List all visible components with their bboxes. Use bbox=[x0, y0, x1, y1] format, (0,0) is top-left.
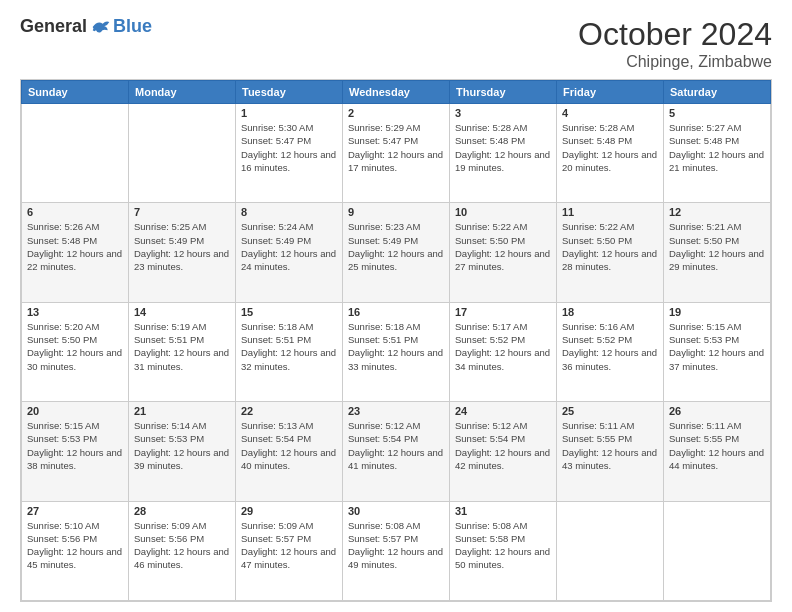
day-info: Sunrise: 5:11 AMSunset: 5:55 PMDaylight:… bbox=[669, 419, 765, 472]
location: Chipinge, Zimbabwe bbox=[578, 53, 772, 71]
col-friday: Friday bbox=[557, 81, 664, 104]
table-row: 14Sunrise: 5:19 AMSunset: 5:51 PMDayligh… bbox=[129, 302, 236, 401]
col-monday: Monday bbox=[129, 81, 236, 104]
table-row: 21Sunrise: 5:14 AMSunset: 5:53 PMDayligh… bbox=[129, 402, 236, 501]
day-info: Sunrise: 5:27 AMSunset: 5:48 PMDaylight:… bbox=[669, 121, 765, 174]
table-row: 19Sunrise: 5:15 AMSunset: 5:53 PMDayligh… bbox=[664, 302, 771, 401]
table-row: 28Sunrise: 5:09 AMSunset: 5:56 PMDayligh… bbox=[129, 501, 236, 600]
calendar-week-row: 20Sunrise: 5:15 AMSunset: 5:53 PMDayligh… bbox=[22, 402, 771, 501]
day-info: Sunrise: 5:18 AMSunset: 5:51 PMDaylight:… bbox=[241, 320, 337, 373]
day-number: 11 bbox=[562, 206, 658, 218]
day-info: Sunrise: 5:30 AMSunset: 5:47 PMDaylight:… bbox=[241, 121, 337, 174]
col-tuesday: Tuesday bbox=[236, 81, 343, 104]
table-row: 9Sunrise: 5:23 AMSunset: 5:49 PMDaylight… bbox=[343, 203, 450, 302]
day-info: Sunrise: 5:12 AMSunset: 5:54 PMDaylight:… bbox=[348, 419, 444, 472]
day-info: Sunrise: 5:16 AMSunset: 5:52 PMDaylight:… bbox=[562, 320, 658, 373]
day-number: 28 bbox=[134, 505, 230, 517]
table-row: 31Sunrise: 5:08 AMSunset: 5:58 PMDayligh… bbox=[450, 501, 557, 600]
day-number: 29 bbox=[241, 505, 337, 517]
day-info: Sunrise: 5:22 AMSunset: 5:50 PMDaylight:… bbox=[562, 220, 658, 273]
table-row: 30Sunrise: 5:08 AMSunset: 5:57 PMDayligh… bbox=[343, 501, 450, 600]
table-row: 10Sunrise: 5:22 AMSunset: 5:50 PMDayligh… bbox=[450, 203, 557, 302]
day-info: Sunrise: 5:15 AMSunset: 5:53 PMDaylight:… bbox=[27, 419, 123, 472]
col-sunday: Sunday bbox=[22, 81, 129, 104]
table-row: 15Sunrise: 5:18 AMSunset: 5:51 PMDayligh… bbox=[236, 302, 343, 401]
day-number: 15 bbox=[241, 306, 337, 318]
day-info: Sunrise: 5:28 AMSunset: 5:48 PMDaylight:… bbox=[455, 121, 551, 174]
day-info: Sunrise: 5:23 AMSunset: 5:49 PMDaylight:… bbox=[348, 220, 444, 273]
page: General Blue October 2024 Chipinge, Zimb… bbox=[0, 0, 792, 612]
calendar-week-row: 1Sunrise: 5:30 AMSunset: 5:47 PMDaylight… bbox=[22, 104, 771, 203]
table-row: 1Sunrise: 5:30 AMSunset: 5:47 PMDaylight… bbox=[236, 104, 343, 203]
table-row bbox=[22, 104, 129, 203]
day-number: 12 bbox=[669, 206, 765, 218]
day-number: 20 bbox=[27, 405, 123, 417]
day-info: Sunrise: 5:25 AMSunset: 5:49 PMDaylight:… bbox=[134, 220, 230, 273]
table-row: 13Sunrise: 5:20 AMSunset: 5:50 PMDayligh… bbox=[22, 302, 129, 401]
table-row: 22Sunrise: 5:13 AMSunset: 5:54 PMDayligh… bbox=[236, 402, 343, 501]
table-row bbox=[664, 501, 771, 600]
logo-blue-text: Blue bbox=[113, 16, 152, 37]
table-row: 12Sunrise: 5:21 AMSunset: 5:50 PMDayligh… bbox=[664, 203, 771, 302]
table-row: 17Sunrise: 5:17 AMSunset: 5:52 PMDayligh… bbox=[450, 302, 557, 401]
table-row: 16Sunrise: 5:18 AMSunset: 5:51 PMDayligh… bbox=[343, 302, 450, 401]
day-info: Sunrise: 5:08 AMSunset: 5:58 PMDaylight:… bbox=[455, 519, 551, 572]
table-row: 18Sunrise: 5:16 AMSunset: 5:52 PMDayligh… bbox=[557, 302, 664, 401]
table-row: 25Sunrise: 5:11 AMSunset: 5:55 PMDayligh… bbox=[557, 402, 664, 501]
col-thursday: Thursday bbox=[450, 81, 557, 104]
day-number: 1 bbox=[241, 107, 337, 119]
day-info: Sunrise: 5:20 AMSunset: 5:50 PMDaylight:… bbox=[27, 320, 123, 373]
day-info: Sunrise: 5:14 AMSunset: 5:53 PMDaylight:… bbox=[134, 419, 230, 472]
day-info: Sunrise: 5:21 AMSunset: 5:50 PMDaylight:… bbox=[669, 220, 765, 273]
day-info: Sunrise: 5:29 AMSunset: 5:47 PMDaylight:… bbox=[348, 121, 444, 174]
day-number: 13 bbox=[27, 306, 123, 318]
day-info: Sunrise: 5:09 AMSunset: 5:57 PMDaylight:… bbox=[241, 519, 337, 572]
logo-bird-icon bbox=[91, 18, 111, 36]
day-number: 10 bbox=[455, 206, 551, 218]
day-info: Sunrise: 5:19 AMSunset: 5:51 PMDaylight:… bbox=[134, 320, 230, 373]
day-number: 19 bbox=[669, 306, 765, 318]
day-number: 24 bbox=[455, 405, 551, 417]
day-number: 22 bbox=[241, 405, 337, 417]
day-number: 18 bbox=[562, 306, 658, 318]
day-number: 9 bbox=[348, 206, 444, 218]
table-row: 11Sunrise: 5:22 AMSunset: 5:50 PMDayligh… bbox=[557, 203, 664, 302]
logo: General Blue bbox=[20, 16, 152, 37]
table-row: 26Sunrise: 5:11 AMSunset: 5:55 PMDayligh… bbox=[664, 402, 771, 501]
day-info: Sunrise: 5:22 AMSunset: 5:50 PMDaylight:… bbox=[455, 220, 551, 273]
title-area: October 2024 Chipinge, Zimbabwe bbox=[578, 16, 772, 71]
day-number: 5 bbox=[669, 107, 765, 119]
day-info: Sunrise: 5:09 AMSunset: 5:56 PMDaylight:… bbox=[134, 519, 230, 572]
day-number: 6 bbox=[27, 206, 123, 218]
day-number: 30 bbox=[348, 505, 444, 517]
calendar-body: 1Sunrise: 5:30 AMSunset: 5:47 PMDaylight… bbox=[22, 104, 771, 601]
table-row: 6Sunrise: 5:26 AMSunset: 5:48 PMDaylight… bbox=[22, 203, 129, 302]
day-number: 27 bbox=[27, 505, 123, 517]
day-info: Sunrise: 5:08 AMSunset: 5:57 PMDaylight:… bbox=[348, 519, 444, 572]
table-row bbox=[557, 501, 664, 600]
calendar-week-row: 13Sunrise: 5:20 AMSunset: 5:50 PMDayligh… bbox=[22, 302, 771, 401]
calendar-week-row: 27Sunrise: 5:10 AMSunset: 5:56 PMDayligh… bbox=[22, 501, 771, 600]
table-row: 7Sunrise: 5:25 AMSunset: 5:49 PMDaylight… bbox=[129, 203, 236, 302]
day-number: 21 bbox=[134, 405, 230, 417]
day-number: 3 bbox=[455, 107, 551, 119]
day-info: Sunrise: 5:15 AMSunset: 5:53 PMDaylight:… bbox=[669, 320, 765, 373]
table-row bbox=[129, 104, 236, 203]
day-info: Sunrise: 5:24 AMSunset: 5:49 PMDaylight:… bbox=[241, 220, 337, 273]
calendar-week-row: 6Sunrise: 5:26 AMSunset: 5:48 PMDaylight… bbox=[22, 203, 771, 302]
day-number: 7 bbox=[134, 206, 230, 218]
day-info: Sunrise: 5:17 AMSunset: 5:52 PMDaylight:… bbox=[455, 320, 551, 373]
day-number: 25 bbox=[562, 405, 658, 417]
header-row: Sunday Monday Tuesday Wednesday Thursday… bbox=[22, 81, 771, 104]
table-row: 8Sunrise: 5:24 AMSunset: 5:49 PMDaylight… bbox=[236, 203, 343, 302]
day-number: 14 bbox=[134, 306, 230, 318]
logo-general-text: General bbox=[20, 16, 87, 37]
table-row: 2Sunrise: 5:29 AMSunset: 5:47 PMDaylight… bbox=[343, 104, 450, 203]
day-number: 2 bbox=[348, 107, 444, 119]
day-number: 31 bbox=[455, 505, 551, 517]
calendar: Sunday Monday Tuesday Wednesday Thursday… bbox=[20, 79, 772, 602]
day-info: Sunrise: 5:18 AMSunset: 5:51 PMDaylight:… bbox=[348, 320, 444, 373]
day-number: 17 bbox=[455, 306, 551, 318]
table-row: 5Sunrise: 5:27 AMSunset: 5:48 PMDaylight… bbox=[664, 104, 771, 203]
table-row: 29Sunrise: 5:09 AMSunset: 5:57 PMDayligh… bbox=[236, 501, 343, 600]
